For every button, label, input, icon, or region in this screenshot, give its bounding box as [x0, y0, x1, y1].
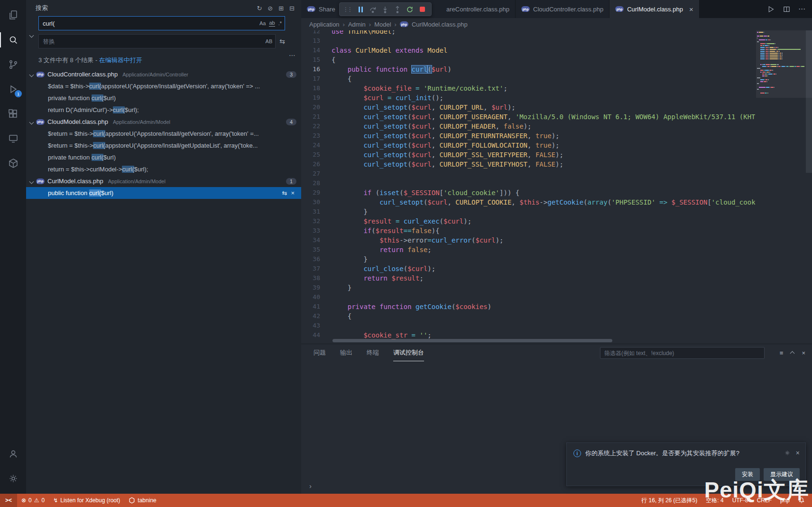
code-line[interactable]: 34 $this->error=curl_error($curl); [301, 235, 755, 245]
panel-tab-debug-console[interactable]: 调试控制台 [393, 344, 424, 361]
code-line[interactable]: 41 private function getCookie($cookies) [301, 302, 755, 311]
tab-cloudcontroller[interactable]: php CloudController.class.php [516, 0, 609, 18]
extensions-icon[interactable] [0, 102, 26, 126]
show-recommendations-button[interactable]: 显示建议 [764, 468, 800, 481]
search-file-row[interactable]: phpCloudModel.class.phpApplication/Admin… [26, 116, 301, 128]
search-match-row[interactable]: public function curl($url)⇆× [26, 187, 301, 199]
tab-close-icon[interactable]: × [689, 6, 693, 13]
indentation[interactable]: 空格: 4 [701, 494, 728, 507]
code-line[interactable]: 16 public function curl($url) [301, 65, 755, 74]
dismiss-icon[interactable]: × [289, 189, 296, 197]
code-line[interactable]: 29 if (isset($_SESSION['cloud_cookie']))… [301, 188, 755, 197]
clear-results-icon[interactable]: ⊘ [268, 5, 273, 12]
run-debug-icon[interactable]: 1 [0, 77, 26, 102]
tabnine-status[interactable]: tabnine [124, 494, 160, 507]
panel-tab-terminal[interactable]: 终端 [367, 344, 379, 361]
search-match-row[interactable]: $return = $this->curl(appstoreU('Appstor… [26, 140, 301, 151]
more-actions-icon[interactable]: ⋯ [798, 5, 805, 13]
minimap[interactable] [757, 31, 804, 94]
regex-icon[interactable]: .* [278, 20, 282, 26]
code-line[interactable]: 25 curl_setopt($curl, CURLOPT_SSL_VERIFY… [301, 150, 755, 160]
drag-handle-icon[interactable]: ⋮⋮ [343, 6, 351, 13]
code-line[interactable]: 23 curl_setopt($curl, CURLOPT_RETURNTRAN… [301, 131, 755, 141]
code-line[interactable]: 12use Think\Model; [301, 30, 755, 36]
step-into-button[interactable] [379, 4, 391, 15]
restart-button[interactable] [404, 4, 415, 15]
maximize-panel-icon[interactable] [791, 349, 794, 357]
encoding[interactable]: UTF-8 [728, 494, 753, 507]
search-match-row[interactable]: private function curl($url) [26, 151, 301, 163]
stop-button[interactable] [416, 4, 428, 15]
code-line[interactable]: 26 curl_setopt($curl, CURLOPT_SSL_VERIFY… [301, 160, 755, 169]
code-line[interactable]: 20 curl_setopt($curl, CURLOPT_URL, $url)… [301, 103, 755, 112]
search-match-row[interactable]: private function curl($url) [26, 92, 301, 104]
code-line[interactable]: 38 return $result; [301, 273, 755, 283]
xdebug-status[interactable]: ↯ Listen for Xdebug (root) [49, 494, 124, 507]
notifications-bell-icon[interactable] [794, 494, 809, 507]
code-line[interactable]: 36 } [301, 254, 755, 264]
breadcrumb-item[interactable]: CurlModel.class.php [412, 21, 468, 28]
debug-console-filter-input[interactable] [600, 347, 765, 359]
code-line[interactable]: 14class CurlModel extends Model [301, 46, 755, 55]
search-file-row[interactable]: phpCurlModel.class.phpApplication/Admin/… [26, 175, 301, 187]
code-line[interactable]: 32 $result = curl_exec($curl); [301, 216, 755, 226]
search-match-row[interactable]: $return = $this->curl(appstoreU('Appstor… [26, 128, 301, 140]
code-line[interactable]: 28 [301, 178, 755, 188]
step-over-button[interactable] [367, 4, 378, 15]
toggle-replace-chevron-icon[interactable] [30, 31, 33, 38]
search-match-row[interactable]: $data = $this->curl(appstoreU('Appstore/… [26, 80, 301, 92]
code-line[interactable]: 24 curl_setopt($curl, CURLOPT_FOLLOWLOCA… [301, 141, 755, 150]
code-line[interactable]: 27 [301, 169, 755, 178]
code-line[interactable]: 18 $cookie_file = 'Runtime/cookie.txt'; [301, 84, 755, 93]
replace-all-icon[interactable]: ⇆ [279, 38, 285, 45]
code-line[interactable]: 30 curl_setopt($curl, CURLOPT_COOKIE, $t… [301, 197, 755, 207]
toggle-search-details-icon[interactable]: ⋯ [289, 51, 295, 59]
vertical-scrollbar[interactable] [806, 30, 812, 173]
source-control-icon[interactable] [0, 52, 26, 77]
notification-close-icon[interactable]: × [796, 449, 800, 457]
code-line[interactable]: 22 curl_setopt($curl, CURLOPT_HEADER, fa… [301, 122, 755, 131]
cursor-position[interactable]: 行 16, 列 26 (已选择5) [637, 494, 701, 507]
account-icon[interactable] [0, 441, 26, 466]
breadcrumb-item[interactable]: Admin [348, 21, 366, 28]
code-line[interactable]: 21 curl_setopt($curl, CURLOPT_USERAGENT,… [301, 112, 755, 122]
language-mode[interactable]: php [776, 494, 794, 507]
code-line[interactable]: 39 } [301, 283, 755, 292]
code-line[interactable]: 13 [301, 36, 755, 46]
search-icon[interactable] [0, 28, 26, 52]
code-editor[interactable]: 12use Think\Model;1314class CurlModel ex… [301, 30, 812, 344]
panel-tab-problems[interactable]: 问题 [314, 344, 326, 361]
settings-gear-icon[interactable] [0, 466, 26, 491]
preserve-case-icon[interactable]: AB [266, 38, 273, 44]
code-line[interactable]: 15{ [301, 55, 755, 65]
package-icon[interactable] [0, 151, 26, 176]
whole-word-icon[interactable]: ab [269, 20, 275, 27]
search-match-row[interactable]: return D('Admin/Curl')->curl($url); [26, 104, 301, 116]
problems-status[interactable]: ⊗ 0 ⚠ 0 [17, 494, 49, 507]
refresh-icon[interactable]: ↻ [257, 5, 262, 12]
open-search-editor-icon[interactable]: ⊞ [278, 5, 284, 12]
code-line[interactable]: 43 [301, 321, 755, 330]
code-line[interactable]: 40 [301, 292, 755, 302]
replace-input[interactable] [43, 38, 266, 45]
step-out-button[interactable] [392, 4, 403, 15]
search-input[interactable] [43, 20, 259, 27]
panel-tab-output[interactable]: 输出 [340, 344, 352, 361]
remote-explorer-icon[interactable] [0, 126, 26, 151]
pause-button[interactable] [355, 4, 366, 15]
filter-lines-icon[interactable]: ≡ [780, 349, 784, 357]
split-editor-icon[interactable] [783, 5, 791, 13]
horizontal-scrollbar[interactable] [332, 339, 612, 342]
code-line[interactable]: 33 if($result==false){ [301, 226, 755, 235]
open-in-editor-link[interactable]: 在编辑器中打开 [99, 56, 142, 64]
explorer-icon[interactable] [0, 3, 26, 28]
breadcrumb-item[interactable]: Model [374, 21, 391, 28]
close-panel-icon[interactable]: × [802, 349, 805, 357]
remote-indicator[interactable]: >< [0, 494, 17, 507]
code-line[interactable]: 44 $cookie_str = ''; [301, 330, 755, 340]
debug-console-prompt-icon[interactable]: › [309, 482, 312, 490]
code-line[interactable]: 17 { [301, 74, 755, 84]
debug-run-icon[interactable] [767, 5, 775, 13]
eol-sequence[interactable]: CRLF [753, 494, 776, 507]
search-match-row[interactable]: return = $this->curlModel->curl($url); [26, 163, 301, 175]
